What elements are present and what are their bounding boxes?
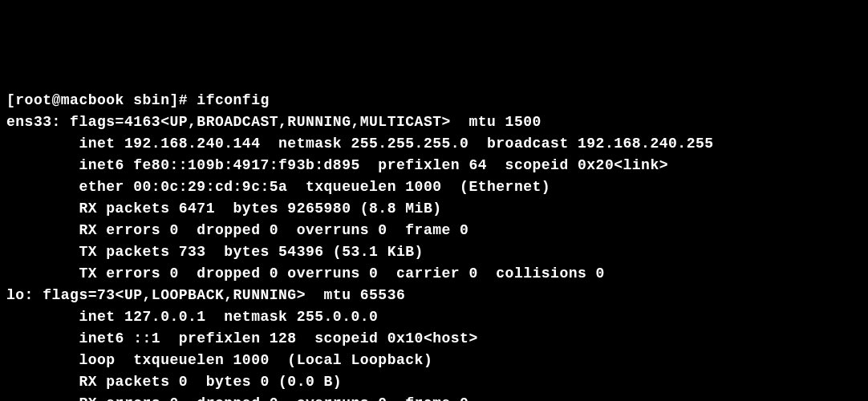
iface-ens33-ether: ether 00:0c:29:cd:9c:5a txqueuelen 1000 … [6,176,862,198]
iface-ens33-header: ens33: flags=4163<UP,BROADCAST,RUNNING,M… [6,111,862,133]
iface-ens33-rx-errors: RX errors 0 dropped 0 overruns 0 frame 0 [6,220,862,241]
iface-lo-inet: inet 127.0.0.1 netmask 255.0.0.0 [6,306,862,328]
iface-lo-inet6: inet6 ::1 prefixlen 128 scopeid 0x10<hos… [6,328,862,350]
terminal-output: [root@macbook sbin]# ifconfigens33: flag… [6,90,862,401]
shell-prompt: [root@macbook sbin]# [6,92,197,108]
command-text: ifconfig [197,92,269,108]
prompt-line[interactable]: [root@macbook sbin]# ifconfig [6,90,862,111]
iface-ens33-tx-errors: TX errors 0 dropped 0 overruns 0 carrier… [6,263,862,285]
iface-lo-loop: loop txqueuelen 1000 (Local Loopback) [6,350,862,371]
iface-ens33-tx-packets: TX packets 733 bytes 54396 (53.1 KiB) [6,241,862,263]
iface-ens33-inet: inet 192.168.240.144 netmask 255.255.255… [6,133,862,155]
iface-lo-rx-errors: RX errors 0 dropped 0 overruns 0 frame 0 [6,393,862,401]
iface-lo-rx-packets: RX packets 0 bytes 0 (0.0 B) [6,371,862,393]
iface-ens33-inet6: inet6 fe80::109b:4917:f93b:d895 prefixle… [6,155,862,176]
iface-ens33-rx-packets: RX packets 6471 bytes 9265980 (8.8 MiB) [6,198,862,220]
iface-lo-header: lo: flags=73<UP,LOOPBACK,RUNNING> mtu 65… [6,285,862,306]
